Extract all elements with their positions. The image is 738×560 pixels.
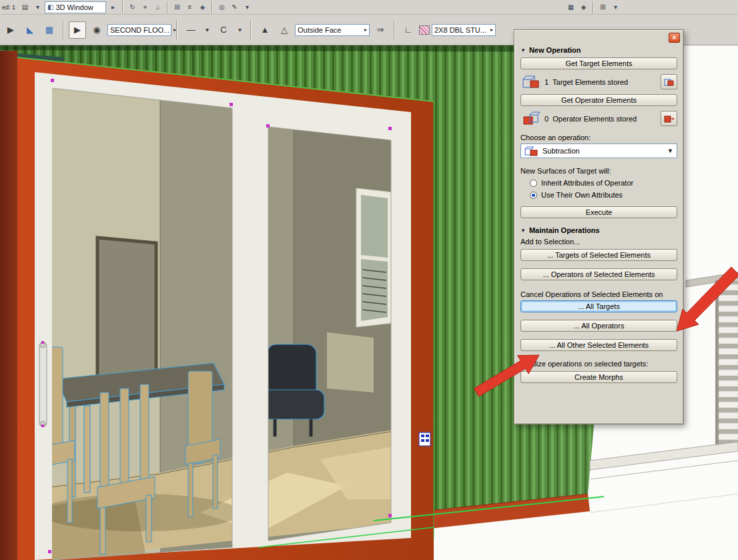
create-morphs-button[interactable]: Create Morphs — [520, 371, 677, 383]
add-to-selection-label: Add to Selection... — [520, 238, 677, 246]
subtraction-icon — [524, 146, 539, 156]
menubar: ed: 1 ▤ ▾ ◧ 3D Window ▸ ↻ ⌖ ⌂ ⊞ ≡ ◈ ◎ ✎ … — [0, 0, 738, 15]
pitch-filled-icon[interactable]: ▲ — [256, 21, 274, 39]
composite-combo-label: 2X8 DBL STU... — [434, 26, 486, 34]
radio-icon[interactable] — [530, 180, 537, 187]
caret-icon: ▸ — [362, 27, 367, 33]
caret-icon[interactable]: ▾ — [610, 1, 621, 13]
operator-stored-row: 0 Operator Elements stored — [522, 109, 677, 127]
layers-icon[interactable]: ≡ — [184, 1, 196, 13]
status-fragment: ed: 1 — [2, 4, 15, 11]
get-target-elements-button[interactable]: Get Target Elements — [520, 57, 677, 69]
radio-label: Inherit Attributes of Operator — [541, 179, 633, 187]
operator-count: 0 — [544, 115, 548, 123]
dropdown-caret-icon: ▼ — [667, 148, 673, 154]
operators-of-selected-button[interactable]: ... Operators of Selected Elements — [520, 268, 677, 280]
separator — [212, 1, 213, 13]
target-stored-label: Target Elements stored — [552, 78, 628, 86]
radio-checked-icon[interactable] — [530, 192, 537, 199]
select-tool-icon[interactable]: ▶ — [2, 21, 19, 39]
look-to-icon[interactable]: ⌖ — [139, 1, 151, 13]
section-new-operation[interactable]: ▼ New Operation — [520, 46, 677, 54]
target-count: 1 — [544, 78, 548, 86]
3d-cube-icon: ◧ — [47, 3, 53, 11]
close-icon[interactable]: × — [669, 33, 680, 43]
operator-stored-label: Operator Elements stored — [552, 115, 637, 123]
window-selector-combo[interactable]: ◧ 3D Window — [45, 1, 106, 13]
arc-tool-icon[interactable]: C — [215, 21, 232, 39]
target-elements-icon — [522, 74, 540, 90]
shadow-icon[interactable]: ◈ — [578, 1, 589, 13]
caret-icon[interactable]: ▾ — [202, 24, 213, 35]
caret-icon: ▸ — [488, 27, 493, 33]
section-title: Maintain Operations — [529, 226, 600, 234]
section-title: New Operation — [529, 46, 581, 54]
separator — [176, 20, 177, 40]
apply-icon[interactable]: ⇒ — [372, 21, 389, 39]
separator — [63, 20, 64, 40]
targets-mini-icon — [663, 77, 675, 87]
section-maintain-operations[interactable]: ▼ Maintain Operations — [520, 226, 677, 234]
cancel-operations-label: Cancel Operations of Selected Elements o… — [520, 290, 677, 298]
interior-view[interactable] — [37, 79, 414, 560]
dropdown-icon[interactable]: ▾ — [32, 1, 43, 13]
snap-icon[interactable]: ◈ — [197, 1, 208, 13]
paint-bucket-icon[interactable]: ◣ — [21, 21, 39, 39]
finalize-label: Finalize operations on selected targets: — [520, 360, 677, 368]
radio-label: Use Their Own Attributes — [541, 191, 623, 199]
all-targets-button[interactable]: ... All Targets — [520, 300, 677, 312]
surfaces-label: New Surfaces of Target will: — [520, 167, 677, 175]
radio-own-attributes[interactable]: Use Their Own Attributes — [530, 191, 677, 199]
edit-icon[interactable]: ✎ — [229, 1, 240, 13]
separator — [250, 20, 252, 40]
show-targets-button[interactable] — [661, 74, 677, 89]
separator — [394, 20, 395, 40]
document-icon[interactable]: ▤ — [19, 1, 31, 13]
execute-button[interactable]: Execute — [520, 206, 677, 218]
grid-icon[interactable]: ⊞ — [171, 1, 183, 13]
composite-hatch-icon[interactable] — [419, 25, 430, 35]
all-operators-button[interactable]: ... All Operators — [520, 320, 677, 332]
marquee-icon[interactable]: ⊞ — [597, 1, 609, 13]
window-selector-label: 3D Window — [55, 3, 93, 11]
target-stored-row: 1 Target Elements stored — [522, 73, 677, 91]
choose-operation-label: Choose an operation: — [520, 133, 677, 142]
get-operator-elements-button[interactable]: Get Operator Elements — [520, 94, 677, 106]
interior-window[interactable] — [356, 188, 392, 327]
solid-ops-icon[interactable]: ▦ — [41, 21, 58, 39]
composite-combo[interactable]: 2X8 DBL STU... ▸ — [432, 24, 496, 36]
line-tool-icon[interactable]: — — [182, 21, 200, 39]
separator — [122, 1, 123, 13]
pitch-outline-icon[interactable]: △ — [276, 21, 293, 39]
story-combo-label: SECOND FLOO... — [110, 26, 169, 34]
eye-icon[interactable]: ◉ — [88, 21, 105, 39]
caret-icon[interactable]: ▾ — [234, 24, 246, 35]
caret-icon[interactable]: ▾ — [242, 1, 253, 13]
archicad-window: ed: 1 ▤ ▾ ◧ 3D Window ▸ ↻ ⌖ ⌂ ⊞ ≡ ◈ ◎ ✎ … — [0, 0, 738, 560]
separator — [167, 1, 168, 13]
face-combo[interactable]: Outside Face ▸ — [295, 24, 370, 36]
collapse-triangle-icon: ▼ — [520, 228, 526, 234]
wall-corner-icon[interactable]: ∟ — [400, 21, 417, 39]
collapse-triangle-icon: ▼ — [520, 47, 526, 53]
face-combo-label: Outside Face — [298, 26, 341, 34]
targets-of-selected-button[interactable]: ... Targets of Selected Elements — [520, 249, 677, 261]
all-other-selected-button[interactable]: ... All Other Selected Elements — [520, 339, 677, 351]
operation-value: Subtraction — [542, 147, 580, 155]
caret-icon[interactable]: ▸ — [107, 1, 119, 13]
container-corner[interactable] — [0, 51, 17, 560]
radio-inherit-attributes[interactable]: Inherit Attributes of Operator — [530, 179, 677, 187]
camera-icon[interactable]: ◎ — [216, 1, 228, 13]
arrow-tool-button[interactable]: ▶ — [69, 21, 86, 39]
walk-icon[interactable]: ⌂ — [152, 1, 163, 13]
solid-element-operations-panel: × ▼ New Operation Get Target Elements 1 … — [514, 29, 684, 425]
view-settings-icon[interactable]: ▦ — [565, 1, 577, 13]
interior-doorway[interactable] — [97, 238, 156, 387]
story-combo[interactable]: SECOND FLOO... ▸ — [107, 24, 171, 36]
morph-indicator-icon[interactable] — [419, 433, 430, 446]
separator — [593, 1, 594, 13]
orbit-icon[interactable]: ↻ — [127, 1, 138, 13]
show-operators-button[interactable] — [661, 111, 677, 126]
operation-dropdown[interactable]: Subtraction ▼ — [520, 144, 677, 158]
door-handle[interactable] — [39, 342, 47, 427]
